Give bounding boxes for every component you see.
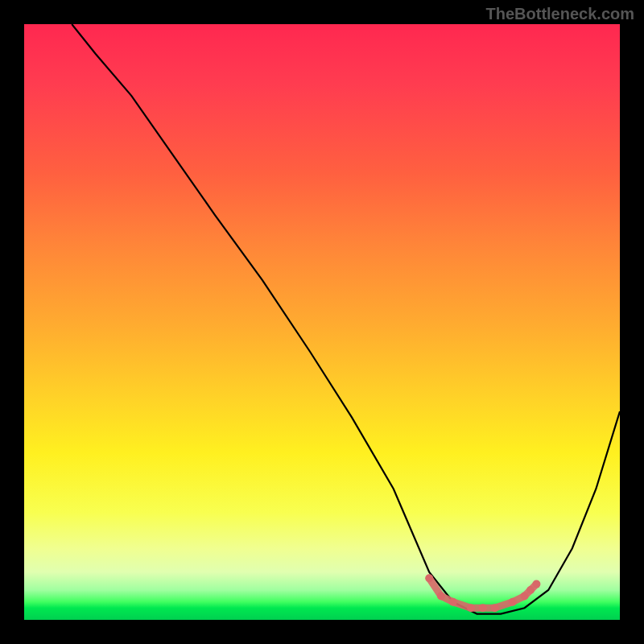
marker-dot bbox=[491, 604, 499, 612]
marker-dot bbox=[479, 604, 487, 612]
watermark-text: TheBottleneck.com bbox=[486, 5, 634, 23]
marker-dot bbox=[437, 592, 445, 600]
plot-area bbox=[24, 24, 620, 620]
marker-dot bbox=[509, 598, 517, 606]
marker-dot bbox=[449, 598, 457, 606]
marker-dot bbox=[467, 604, 475, 612]
bottleneck-curve bbox=[72, 24, 620, 614]
marker-dot bbox=[425, 574, 433, 582]
marker-dot bbox=[526, 586, 535, 594]
marker-dot bbox=[532, 580, 540, 588]
optimal-range-markers bbox=[425, 574, 540, 612]
chart-svg bbox=[24, 24, 620, 620]
marker-dot bbox=[521, 592, 529, 600]
